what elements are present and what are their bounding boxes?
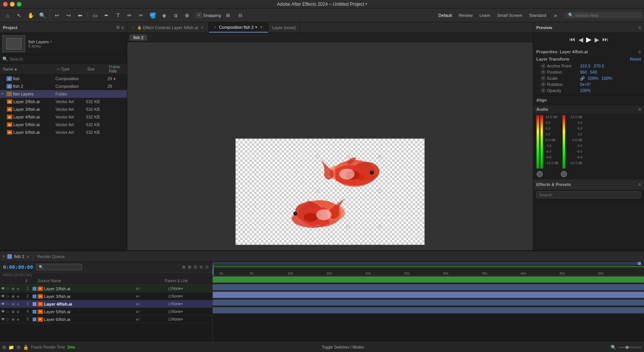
zoom-slider-thumb[interactable]	[626, 346, 629, 349]
parent-select[interactable]: None	[172, 286, 181, 291]
shy-btn[interactable]: ◈	[16, 286, 20, 291]
close-timeline-btn[interactable]: ×	[2, 254, 5, 259]
redo-button[interactable]: ↪	[63, 10, 74, 21]
tab-layer[interactable]: Layer (none)	[268, 22, 300, 33]
zoom-tool[interactable]: 🔍	[37, 10, 48, 21]
tab-effect-controls[interactable]: × 🔒 Effect Controls Layer 4/fish.ai ≡	[127, 22, 209, 33]
close-icon[interactable]: ×	[213, 25, 217, 30]
layer-row[interactable]: 👁 ▷ ◉ ◈ 3 Ai Layer 4/fish.ai ⊕ / ⊙ None …	[0, 300, 212, 308]
go-to-start-btn[interactable]: ⏮	[569, 36, 575, 43]
opacity-val[interactable]: 100%	[580, 88, 591, 93]
puppet-tool[interactable]: ⊕	[182, 10, 192, 21]
workspace-small[interactable]: Small Screen	[494, 12, 525, 18]
workspace-more[interactable]: »	[550, 10, 561, 21]
reset-link[interactable]: Reset	[630, 57, 641, 61]
minimize-button[interactable]	[10, 2, 15, 7]
workspace-default[interactable]: Default	[435, 12, 455, 18]
brush-tool[interactable]: ✏	[124, 10, 135, 21]
preview-menu[interactable]: ≡	[638, 25, 641, 30]
search-layer-input[interactable]: 🔍	[36, 264, 82, 270]
step-back[interactable]: ⬅	[75, 10, 85, 21]
parent-icon[interactable]: ⊕	[136, 317, 139, 321]
list-item[interactable]: Ai Layer 3/fish.ai Vector Art 532 KB	[0, 105, 127, 113]
parent-arrow[interactable]: ▾	[181, 286, 183, 291]
clone-tool[interactable]: ✂	[136, 10, 146, 21]
expand-arrow[interactable]: ▾	[2, 92, 5, 96]
layer-row[interactable]: 👁 ▷ ◉ ◈ 4 Ai Layer 5/fish.ai ⊕ / ⊙ None …	[0, 308, 212, 316]
hand-tool[interactable]: ✋	[25, 10, 36, 21]
search-help-input[interactable]	[575, 13, 639, 18]
tab-composition[interactable]: × Composition fish 2 ▾ ≡	[209, 22, 268, 33]
anchor-x[interactable]: 310.5	[580, 64, 591, 68]
layer-switch-btn5[interactable]: ⊙	[204, 264, 209, 270]
shy-btn[interactable]: ◈	[16, 294, 20, 298]
mask-tool[interactable]: ▭	[90, 10, 100, 21]
zoom-slider[interactable]	[619, 347, 642, 348]
list-item[interactable]: C fish Composition 29 ✦	[0, 75, 127, 82]
selection-tool[interactable]: ↖	[14, 10, 25, 21]
scale-y[interactable]: 100%	[601, 76, 612, 81]
paint-bucket[interactable]: 🪣	[147, 10, 158, 21]
comp-tab-fish2[interactable]: fish 2	[130, 35, 147, 41]
lock-btn[interactable]: ▷	[6, 317, 10, 321]
visibility-btn[interactable]: 👁	[1, 309, 5, 314]
position-y[interactable]: 540	[590, 70, 597, 74]
parent-select[interactable]: None	[172, 309, 181, 314]
stopwatch-opacity[interactable]: ⏱	[541, 88, 545, 93]
zoom-in-btn[interactable]: 🔍	[611, 345, 616, 350]
close-icon[interactable]: ×	[131, 25, 136, 30]
anchor-y[interactable]: 370.5	[594, 64, 605, 68]
lock-footer-btn[interactable]: 🔒	[23, 345, 29, 350]
folder-footer-btn[interactable]: 📁	[8, 345, 14, 350]
tab-menu-btn[interactable]: ≡	[199, 25, 205, 30]
parent-select[interactable]: None	[172, 317, 181, 321]
sort-arrow[interactable]: ▲	[14, 67, 18, 71]
scale-x[interactable]: 100%	[588, 76, 598, 81]
stopwatch-scale[interactable]: ⏱	[541, 76, 545, 81]
timeline-menu[interactable]: ≡	[26, 254, 29, 259]
parent-arrow[interactable]: ▾	[181, 302, 183, 306]
shy-btn[interactable]: ◈	[16, 309, 20, 314]
properties-menu[interactable]: ≡	[638, 49, 641, 54]
workspace-learn[interactable]: Learn	[476, 12, 493, 18]
snap-opt1[interactable]: ⊞	[223, 10, 233, 21]
effect-icon[interactable]: /	[139, 310, 140, 314]
layer-row[interactable]: 👁 ▷ ◉ ◈ 5 Ai Layer 6/fish.ai ⊕ / ⊙ None …	[0, 316, 212, 323]
solo-btn[interactable]: ◉	[11, 302, 15, 306]
snapping-checkbox[interactable]: ✓	[197, 13, 202, 18]
layer-switch-btn2[interactable]: ⊞	[187, 264, 192, 270]
fullscreen-button[interactable]	[17, 2, 21, 7]
tab-arrow[interactable]: ▾	[255, 25, 257, 29]
stopwatch-rotation[interactable]: ⏱	[541, 82, 545, 87]
solo-btn[interactable]: ◉	[11, 309, 15, 314]
project-panel-menu[interactable]: ≡	[121, 25, 124, 30]
roto-tool[interactable]: ⍺	[170, 10, 181, 21]
stopwatch-position[interactable]: ⏱	[541, 70, 545, 74]
visibility-btn[interactable]: 👁	[1, 286, 5, 291]
parent-icon[interactable]: ⊕	[136, 302, 139, 306]
shy-btn[interactable]: ◈	[16, 317, 20, 321]
text-tool[interactable]: T	[113, 10, 123, 21]
project-panel-expand[interactable]: ⊞	[116, 25, 120, 30]
play-pause-btn[interactable]: ▶	[586, 35, 591, 44]
home-button[interactable]: ⌂	[2, 10, 13, 21]
workspace-standard[interactable]: Standard	[526, 12, 549, 18]
fader-knob-l[interactable]	[537, 171, 543, 177]
step-back-frame-btn[interactable]: ◀	[578, 36, 583, 43]
new-comp-footer-btn[interactable]: ⊞	[2, 345, 6, 350]
list-item[interactable]: Ai Layer 6/fish.ai Vector Art 532 KB	[0, 128, 127, 136]
project-search-input[interactable]	[10, 57, 125, 61]
parent-select[interactable]: None	[172, 302, 181, 306]
effects-search-input[interactable]	[536, 191, 641, 198]
solo-btn[interactable]: ◉	[11, 286, 15, 291]
list-item[interactable]: Ai Layer 2/fish.ai Vector Art 532 KB	[0, 98, 127, 105]
tab-menu-btn2[interactable]: ≡	[259, 25, 264, 29]
switches-modes-label[interactable]: Toggle Switches / Modes	[322, 345, 364, 349]
go-to-end-btn[interactable]: ⏭	[602, 36, 608, 43]
stopwatch-anchor[interactable]: ⏱	[541, 64, 545, 68]
effects-menu[interactable]: ≡	[638, 182, 641, 187]
layer-row[interactable]: 👁 ▷ ◉ ◈ 2 Ai Layer 3/fish.ai ⊕ / ⊙ None …	[0, 293, 212, 300]
workspace-review[interactable]: Review	[456, 12, 476, 18]
shy-btn[interactable]: ◈	[16, 302, 20, 306]
rotation-val[interactable]: 0x+0°	[580, 82, 591, 87]
